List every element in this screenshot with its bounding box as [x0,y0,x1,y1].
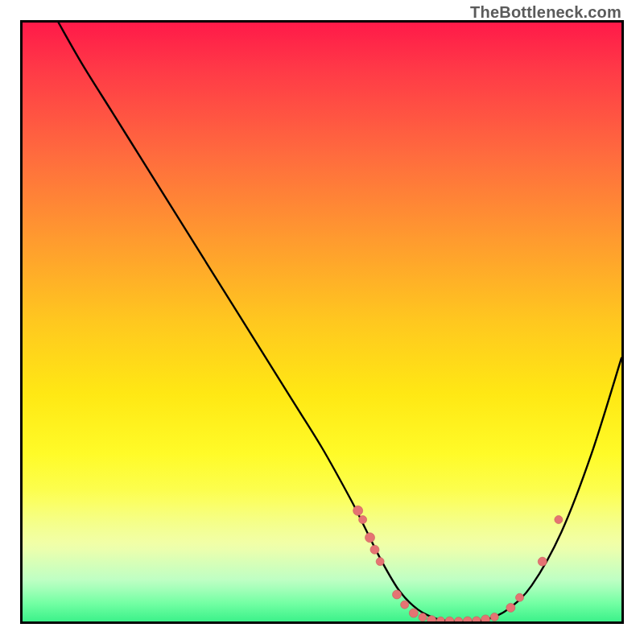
marker-dot [401,601,409,609]
marker-dot [538,557,547,566]
marker-dot [419,613,427,621]
marker-dot [555,516,563,524]
watermark-text: TheBottleneck.com [470,3,621,22]
marker-dot [481,615,490,621]
axis-border-top [20,20,624,23]
marker-dot [506,603,515,612]
axis-border-right [621,20,624,624]
marker-dot [393,590,402,599]
marker-dot [370,545,379,554]
axis-border-left [20,20,23,624]
plot-area [23,23,621,621]
marker-dot [365,533,375,543]
marker-dot [353,506,363,515]
curve-layer [23,23,621,621]
marker-dot [409,609,418,617]
marker-group [353,506,563,621]
marker-dot [490,613,498,621]
chart-frame: TheBottleneck.com [0,0,644,644]
marker-dot [516,593,524,601]
bottleneck-curve [59,23,621,621]
axis-border-bottom [20,621,624,624]
marker-dot [359,516,367,524]
marker-dot [376,558,384,566]
